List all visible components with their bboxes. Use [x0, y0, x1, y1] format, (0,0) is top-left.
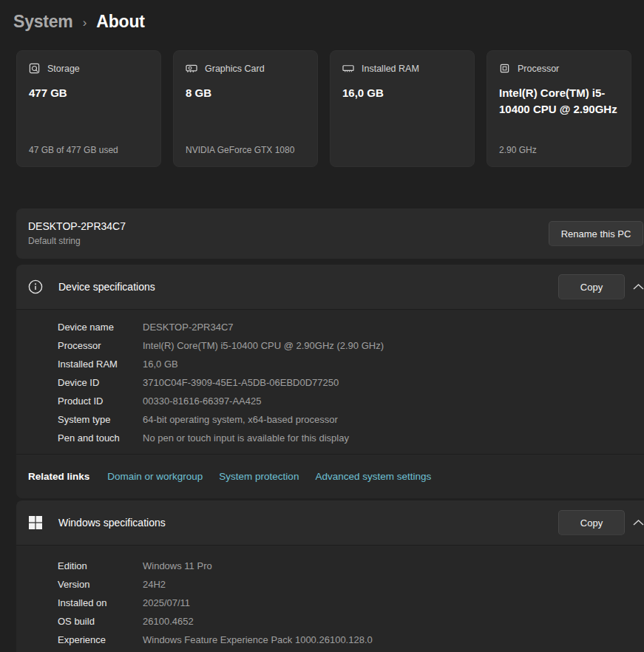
- spec-row-device-name: Device name DESKTOP-2PR34C7: [16, 318, 644, 336]
- breadcrumb-system[interactable]: System: [13, 12, 73, 32]
- spec-row-processor: Processor Intel(R) Core(TM) i5-10400 CPU…: [16, 336, 644, 355]
- link-system-protection[interactable]: System protection: [219, 471, 299, 482]
- windows-specs-body: Edition Windows 11 Pro Version 24H2 Inst…: [16, 545, 644, 652]
- spec-row-system-type: System type 64-bit operating system, x64…: [16, 410, 644, 429]
- chevron-up-icon[interactable]: [632, 282, 644, 291]
- related-links-label: Related links: [28, 471, 89, 482]
- windows-specs-title: Windows specifications: [58, 517, 166, 529]
- device-specs-title: Device specifications: [58, 281, 155, 293]
- device-specs-body: Device name DESKTOP-2PR34C7 Processor In…: [16, 309, 644, 454]
- related-links-row: Related links Domain or workgroup System…: [16, 454, 644, 498]
- processor-card-label: Processor: [518, 64, 559, 74]
- link-advanced-system-settings[interactable]: Advanced system settings: [315, 471, 431, 482]
- device-specs-header[interactable]: Device specifications Copy: [16, 265, 644, 309]
- link-domain-or-workgroup[interactable]: Domain or workgroup: [107, 471, 203, 482]
- storage-icon: [29, 63, 40, 74]
- graphics-card-label: Graphics Card: [205, 64, 265, 74]
- device-name-text: DESKTOP-2PR34C7: [28, 220, 126, 232]
- settings-about-page: System › About Storage 477 GB 47 GB of 4…: [0, 0, 644, 652]
- spec-row-edition: Edition Windows 11 Pro: [16, 557, 644, 575]
- rename-pc-button[interactable]: Rename this PC: [549, 221, 643, 246]
- graphics-card-value: 8 GB: [186, 85, 305, 101]
- spec-row-version: Version 24H2: [16, 575, 644, 594]
- windows-specs-copy-button[interactable]: Copy: [558, 510, 625, 535]
- spec-row-installed-ram: Installed RAM 16,0 GB: [16, 355, 644, 373]
- info-icon: [28, 279, 43, 294]
- device-description-text: Default string: [28, 236, 81, 246]
- hostname-card: DESKTOP-2PR34C7 Default string Rename th…: [16, 208, 644, 259]
- breadcrumb: System › About: [13, 12, 145, 32]
- storage-card-label: Storage: [47, 64, 80, 74]
- device-specs-copy-button[interactable]: Copy: [558, 274, 625, 299]
- processor-card-value: Intel(R) Core(TM) i5-10400 CPU @ 2.90GHz: [499, 85, 619, 118]
- spec-row-os-build: OS build 26100.4652: [16, 612, 644, 631]
- chevron-up-icon[interactable]: [632, 518, 644, 527]
- installed-ram-card[interactable]: Installed RAM 16,0 GB: [330, 50, 475, 167]
- cpu-icon: [499, 63, 510, 74]
- installed-ram-value: 16,0 GB: [342, 85, 462, 101]
- spec-row-product-id: Product ID 00330-81616-66397-AA425: [16, 392, 644, 410]
- graphics-card-card[interactable]: Graphics Card 8 GB NVIDIA GeForce GTX 10…: [173, 50, 318, 167]
- processor-card[interactable]: Processor Intel(R) Core(TM) i5-10400 CPU…: [487, 50, 631, 167]
- summary-cards: Storage 477 GB 47 GB of 477 GB used Grap…: [16, 50, 631, 167]
- chevron-right-icon: ›: [83, 16, 87, 30]
- installed-ram-label: Installed RAM: [362, 64, 419, 74]
- storage-card-detail: 47 GB of 477 GB used: [29, 145, 153, 155]
- storage-card[interactable]: Storage 477 GB 47 GB of 477 GB used: [16, 50, 161, 167]
- storage-card-value: 477 GB: [29, 85, 149, 101]
- page-title: About: [96, 12, 144, 32]
- spec-row-installed-on: Installed on 2025/07/11: [16, 594, 644, 612]
- windows-specs-header[interactable]: Windows specifications Copy: [16, 500, 644, 545]
- spec-row-device-id: Device ID 3710C04F-3909-45E1-A5DB-06EBD0…: [16, 373, 644, 392]
- processor-card-detail: 2.90 GHz: [499, 145, 623, 155]
- gpu-icon: [186, 63, 197, 74]
- graphics-card-detail: NVIDIA GeForce GTX 1080: [186, 145, 310, 155]
- ram-icon: [342, 63, 354, 74]
- spec-row-pen-and-touch: Pen and touch No pen or touch input is a…: [16, 429, 644, 447]
- spec-row-experience: Experience Windows Feature Experience Pa…: [16, 631, 644, 649]
- windows-logo-icon: [28, 515, 43, 530]
